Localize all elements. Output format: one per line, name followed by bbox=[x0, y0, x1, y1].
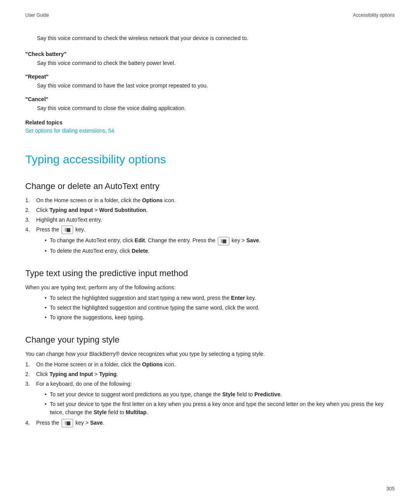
related-topics: Related topics Set options for dialing e… bbox=[25, 119, 395, 135]
term-label: "Cancel" bbox=[25, 95, 395, 103]
header-right: Accessibility options bbox=[353, 12, 395, 19]
subsection-title-autotext: Change or delete an AutoText entry bbox=[25, 180, 395, 192]
bullet-delete: To delete the AutoText entry, click Dele… bbox=[45, 247, 395, 255]
step-2: 2. Click Typing and Input > Word Substit… bbox=[25, 206, 395, 214]
typing-style-bullets: To set your device to suggest word predi… bbox=[25, 390, 395, 416]
bullet-predictive: To set your device to suggest word predi… bbox=[45, 390, 395, 399]
typing-style-intro: You can change how your BlackBerry® devi… bbox=[25, 350, 395, 358]
term-label: "Check battery" bbox=[25, 50, 395, 58]
ts-step-1: 1. On the Home screen or in a folder, cl… bbox=[25, 360, 395, 369]
section-title: Typing accessibility options bbox=[25, 150, 395, 168]
bullet-multitap: To set your device to type the first let… bbox=[45, 400, 395, 416]
related-topics-link[interactable]: Set options for dialing extensions, 54 bbox=[25, 127, 395, 135]
bullet-edit: To change the AutoText entry, click Edit… bbox=[45, 236, 395, 245]
autotext-bullets: To change the AutoText entry, click Edit… bbox=[25, 236, 395, 255]
bullet-enter: To select the highlighted suggestion and… bbox=[45, 294, 395, 302]
term-check-battery: "Check battery" Say this voice command t… bbox=[25, 50, 395, 67]
ts-step-4: 4. Press the ⁝▩ key > Save. bbox=[25, 419, 395, 427]
menu-key-icon: ⁝▩ bbox=[61, 226, 73, 234]
step-1: 1. On the Home screen or in a folder, cl… bbox=[25, 196, 395, 205]
typing-style-step4: 4. Press the ⁝▩ key > Save. bbox=[25, 419, 395, 427]
predictive-intro: When you are typing text, perform any of… bbox=[25, 284, 395, 292]
subsection-autotext: Change or delete an AutoText entry 1. On… bbox=[25, 180, 395, 255]
term-label: "Repeat" bbox=[25, 73, 395, 81]
term-desc: Say this voice command to have the last … bbox=[25, 82, 395, 90]
autotext-steps: 1. On the Home screen or in a folder, cl… bbox=[25, 196, 395, 234]
term-desc: Say this voice command to close the voic… bbox=[25, 104, 395, 112]
terms-section: "Check battery" Say this voice command t… bbox=[25, 50, 395, 112]
bullet-ignore: To ignore the suggestions, keep typing. bbox=[45, 313, 395, 322]
page-header: User Guide Accessibility options bbox=[25, 12, 395, 19]
intro-wireless: Say this voice command to check the wire… bbox=[25, 34, 395, 42]
subsection-title-typing-style: Change your typing style bbox=[25, 333, 395, 346]
step-3: 3. Highlight an AutoText entry. bbox=[25, 216, 395, 224]
predictive-bullets: To select the highlighted suggestion and… bbox=[25, 294, 395, 322]
term-repeat: "Repeat" Say this voice command to have … bbox=[25, 73, 395, 90]
header-left: User Guide bbox=[25, 12, 49, 19]
related-topics-label: Related topics bbox=[25, 119, 395, 127]
menu-key-icon-3: ⁝▩ bbox=[61, 419, 73, 427]
menu-key-icon-2: ⁝▩ bbox=[218, 237, 229, 245]
step-4: 4. Press the ⁝▩ key. bbox=[25, 226, 395, 234]
page: User Guide Accessibility options Say thi… bbox=[0, 0, 420, 504]
typing-style-steps: 1. On the Home screen or in a folder, cl… bbox=[25, 360, 395, 388]
ts-step-2: 2. Click Typing and Input > Typing. bbox=[25, 370, 395, 378]
subsection-title-predictive: Type text using the predictive input met… bbox=[25, 267, 395, 280]
subsection-typing-style: Change your typing style You can change … bbox=[25, 333, 395, 427]
page-number: 305 bbox=[386, 485, 395, 493]
bullet-click-word: To select the highlighted suggestion and… bbox=[45, 304, 395, 312]
term-desc: Say this voice command to check the batt… bbox=[25, 59, 395, 67]
ts-step-3: 3. For a keyboard, do one of the followi… bbox=[25, 380, 395, 388]
term-cancel: "Cancel" Say this voice command to close… bbox=[25, 95, 395, 112]
subsection-predictive: Type text using the predictive input met… bbox=[25, 267, 395, 322]
